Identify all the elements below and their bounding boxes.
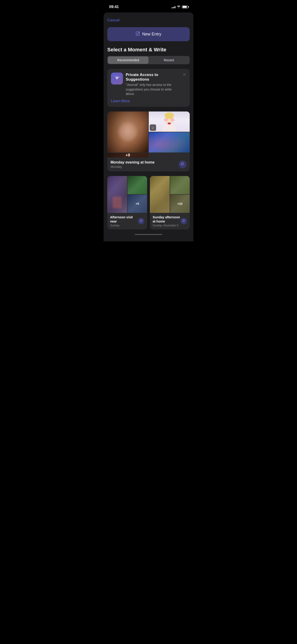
moment-date-3: Sunday, November 5 xyxy=(153,224,180,227)
sparkle-icon xyxy=(114,75,120,82)
learn-more-button[interactable]: Learn More xyxy=(111,99,130,103)
main-container: Cancel New Entry Select a Moment & Write… xyxy=(104,12,194,242)
moment-card-2[interactable]: +5 Afternoon visit near Sunday xyxy=(107,176,147,230)
tab-recent[interactable]: Recent xyxy=(148,56,189,64)
write-icon-3 xyxy=(182,220,185,222)
signal-icon xyxy=(171,6,176,8)
photo-top-3 xyxy=(170,176,190,194)
photo-bottom-2: +5 xyxy=(128,195,147,213)
moment-card-3[interactable]: +10 Sunday afternoon at home Sunday, Nov… xyxy=(150,176,190,230)
status-icons xyxy=(171,5,188,9)
privacy-card: Private Access to Suggestions "Journal" … xyxy=(107,69,190,107)
svg-rect-4 xyxy=(164,115,174,117)
extra-count-3: +10 xyxy=(177,202,182,206)
photo-extra-1: +9 xyxy=(107,153,148,158)
photo-main-1 xyxy=(107,112,148,152)
status-time: 09:41 xyxy=(109,4,119,9)
moments-grid: +5 Afternoon visit near Sunday xyxy=(107,176,190,230)
moment-date-2: Sunday xyxy=(110,224,138,227)
scroll-indicator xyxy=(135,234,162,235)
battery-icon xyxy=(182,6,188,8)
extra-count-2: +5 xyxy=(136,202,139,206)
privacy-title: Private Access to Suggestions xyxy=(126,72,180,82)
photo-main-3 xyxy=(150,176,170,213)
tab-recommended[interactable]: Recommended xyxy=(108,56,148,64)
privacy-close-button[interactable]: ✕ xyxy=(182,72,186,77)
photo-top-2 xyxy=(128,176,147,194)
moment-title-1: Monday evening at home xyxy=(110,160,154,164)
wifi-icon xyxy=(177,5,180,9)
write-icon-2 xyxy=(140,220,142,222)
moment-photos-2: +5 xyxy=(107,176,147,213)
photo-album-1: ♪ xyxy=(149,112,190,132)
write-button-3[interactable] xyxy=(180,218,187,224)
new-entry-button[interactable]: New Entry xyxy=(107,27,190,41)
moment-title-3: Sunday afternoon at home xyxy=(153,215,180,224)
moment-info-2: Afternoon visit near Sunday xyxy=(107,213,147,230)
write-icon-1 xyxy=(181,162,184,166)
moment-card-1[interactable]: ♪ +9 Monday evening at home Monday xyxy=(107,112,190,171)
cancel-button[interactable]: Cancel xyxy=(107,17,120,24)
moment-title-2: Afternoon visit near xyxy=(110,215,138,224)
write-button-2[interactable] xyxy=(138,218,144,224)
write-button-1[interactable] xyxy=(179,160,186,168)
photo-bottom-3: +10 xyxy=(170,195,190,213)
music-note-badge: ♪ xyxy=(150,124,156,131)
new-entry-icon xyxy=(136,31,140,37)
moment-info-3: Sunday afternoon at home Sunday, Novembe… xyxy=(150,213,190,230)
moment-photos-1: ♪ +9 xyxy=(107,112,190,158)
svg-point-7 xyxy=(168,122,171,124)
photo-blue-1 xyxy=(149,132,190,152)
photo-main-2 xyxy=(107,176,127,213)
privacy-icon-wrap xyxy=(111,72,123,84)
section-title: Select a Moment & Write xyxy=(107,47,190,53)
segmented-control: Recommended Recent xyxy=(107,56,190,64)
privacy-subtitle: "Journal" only has access to the suggest… xyxy=(126,83,180,96)
status-bar: 09:41 xyxy=(104,0,194,12)
new-entry-label: New Entry xyxy=(142,32,161,36)
moment-photos-3: +10 xyxy=(150,176,190,213)
moment-info-1: Monday evening at home Monday xyxy=(107,158,190,171)
moment-date-1: Monday xyxy=(110,165,154,168)
extra-count-1: +9 xyxy=(126,153,130,158)
